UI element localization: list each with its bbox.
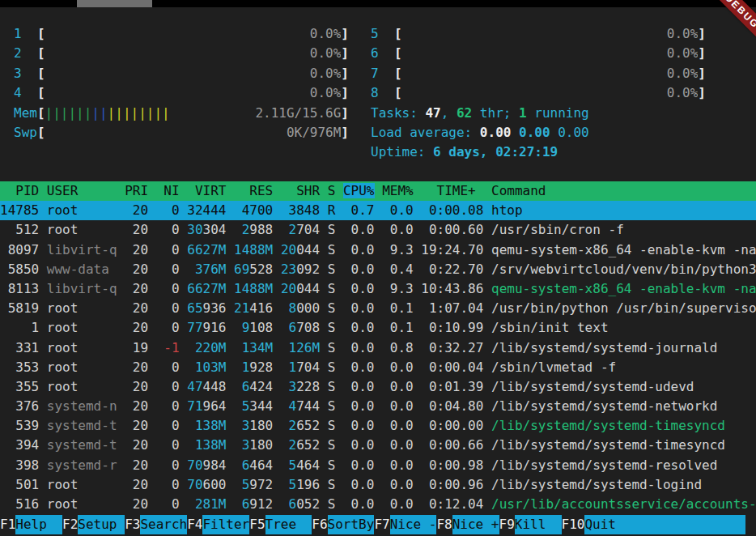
process-row-355[interactable]: 355 root 20 0 47448 6424 3228 S 0.0 0.0 … — [0, 377, 756, 397]
gap — [226, 242, 234, 257]
gap — [148, 202, 156, 218]
header-cell-res[interactable]: RES — [234, 183, 273, 198]
cell-ni: 0 — [156, 320, 180, 335]
gap — [148, 300, 156, 316]
cell-time: 0:22.70 — [421, 262, 483, 277]
process-row-331[interactable]: 331 root 19 -1 220M 134M 126M S 0.0 0.8 … — [0, 338, 756, 358]
load-1min: 0.00 — [480, 125, 512, 140]
fkey-f4[interactable]: F4Filter — [187, 515, 249, 534]
process-row-394[interactable]: 394 systemd-t 20 0 138M 3180 2652 S 0.0 … — [0, 436, 756, 455]
cell-shr: 3 — [281, 202, 296, 218]
htop-screen: 1 [0.0%]2 [0.0%]3 [0.0%]4 [0.0%]Mem[||||… — [0, 0, 756, 536]
process-row-8113[interactable]: 8113 libvirt-q 20 0 6627M 1488M 20044 S … — [0, 279, 756, 299]
process-row-398[interactable]: 398 systemd-r 20 0 70984 6464 5464 S 0.0… — [0, 456, 756, 475]
header-cell-pid[interactable]: PID — [0, 183, 39, 198]
gap — [148, 320, 156, 335]
gap — [483, 262, 491, 277]
cell-shr: 464 — [296, 457, 320, 473]
cell-user: systemd-r — [47, 457, 117, 473]
gap — [180, 418, 188, 433]
meters-section: 1 [0.0%]2 [0.0%]3 [0.0%]4 [0.0%]Mem[||||… — [0, 24, 756, 183]
fkey-f5[interactable]: F5Tree — [249, 515, 312, 534]
gap — [226, 300, 234, 316]
gap — [117, 457, 125, 473]
gap — [117, 418, 125, 433]
fkey-f8[interactable]: F8Nice + — [436, 515, 499, 534]
fkey-f6[interactable]: F6SortBy — [312, 515, 374, 534]
gap — [148, 262, 156, 277]
top-strip-handle[interactable] — [77, 0, 152, 7]
header-cell-mem[interactable]: MEM% — [382, 183, 414, 198]
process-row-501[interactable]: 501 root 20 0 70600 5972 5196 S 0.0 0.0 … — [0, 475, 756, 495]
process-row-14785[interactable]: 14785 root 20 0 32444 4700 3848 R 0.7 0.… — [0, 201, 756, 220]
cell-user: root — [47, 222, 117, 237]
cell-shr: 000 — [296, 300, 320, 316]
process-row-376[interactable]: 376 systemd-n 20 0 71964 5344 4744 S 0.0… — [0, 397, 756, 416]
gap — [414, 222, 422, 237]
header-cell-user[interactable]: USER — [47, 183, 117, 198]
gap — [335, 320, 343, 335]
gap — [117, 379, 125, 394]
header-cell-virt[interactable]: VIRT — [187, 183, 226, 198]
cell-shr: 092 — [296, 262, 320, 277]
cell-virt: 220M — [187, 340, 226, 355]
cell-time: 0:12.04 — [421, 496, 483, 512]
gap — [483, 418, 491, 433]
gap — [320, 242, 328, 257]
cell-user: root — [47, 496, 117, 512]
gap — [414, 202, 422, 218]
cpu-meter-7: 7 [0.0%] — [371, 64, 706, 83]
cell-shr: 6 — [281, 496, 296, 512]
gap — [375, 457, 383, 473]
process-row-5850[interactable]: 5850 www-data 20 0 376M 69528 23092 S 0.… — [0, 260, 756, 279]
gap — [180, 457, 188, 473]
gap — [117, 340, 125, 355]
fkey-f9[interactable]: F9Kill — [499, 515, 562, 534]
fkey-f1[interactable]: F1Help — [0, 515, 62, 534]
cell-shr: 23 — [281, 262, 296, 277]
process-row-539[interactable]: 539 systemd-t 20 0 138M 3180 2652 S 0.0 … — [0, 416, 756, 436]
cell-mem: 0.0 — [382, 496, 414, 512]
cell-res: 928 — [249, 359, 273, 375]
header-cell-ni[interactable]: NI — [156, 183, 180, 198]
process-row-512[interactable]: 512 root 20 0 30304 2988 2704 S 0.0 0.0 … — [0, 220, 756, 240]
cell-command: /usr/lib/accountsservice/accounts- — [491, 496, 756, 512]
fkey-f7[interactable]: F7Nice - — [374, 515, 436, 534]
meter-open-bracket: [ — [394, 83, 402, 103]
tasks-line: Tasks: 47, 62 thr; 1 running — [371, 104, 706, 123]
header-cell-command[interactable]: Command — [491, 183, 546, 198]
fkey-f10[interactable]: F10Quit — [562, 515, 745, 534]
gap — [335, 262, 343, 277]
cell-state: S — [328, 222, 336, 237]
cell-mem: 0.0 — [382, 398, 414, 414]
fkey-f10-label: Quit — [584, 515, 745, 534]
process-row-516[interactable]: 516 root 20 0 281M 6912 6052 S 0.0 0.0 0… — [0, 495, 756, 514]
process-row-8097[interactable]: 8097 libvirt-q 20 0 6627M 1488M 20044 S … — [0, 240, 756, 260]
header-cell-cpu[interactable]: CPU% — [343, 183, 375, 198]
cpu-meter-6-value: 0.0% — [667, 44, 699, 63]
cell-res: 972 — [249, 477, 273, 492]
header-cell-pri[interactable]: PRI — [125, 183, 148, 198]
fkey-f2[interactable]: F2Setup — [62, 515, 125, 534]
gap — [483, 320, 491, 335]
gap — [375, 496, 383, 512]
fkey-f7-key: F7 — [374, 515, 389, 534]
header-cell-time[interactable]: TIME+ — [421, 183, 483, 198]
cell-res: 6 — [234, 379, 249, 394]
cell-time: 0:00.66 — [421, 437, 483, 453]
process-row-353[interactable]: 353 root 20 0 103M 1928 1704 S 0.0 0.0 0… — [0, 358, 756, 377]
fkey-f3[interactable]: F3Search — [125, 515, 187, 534]
cell-state: S — [328, 242, 336, 257]
cell-res: 464 — [249, 457, 273, 473]
gap — [117, 437, 125, 453]
cell-pri: 20 — [125, 437, 148, 453]
cell-user: libvirt-q — [47, 281, 117, 296]
cell-pid: 5819 — [0, 300, 39, 316]
gap — [226, 379, 234, 394]
process-row-5819[interactable]: 5819 root 20 0 65936 21416 8000 S 0.0 0.… — [0, 299, 756, 318]
header-cell-shr[interactable]: SHR — [281, 183, 320, 198]
process-row-1[interactable]: 1 root 20 0 77916 9108 6708 S 0.0 0.1 0:… — [0, 318, 756, 338]
header-cell-s[interactable]: S — [328, 183, 336, 198]
cpu-meter-1-label: 1 — [14, 24, 37, 44]
cell-shr: 6 — [281, 320, 296, 335]
